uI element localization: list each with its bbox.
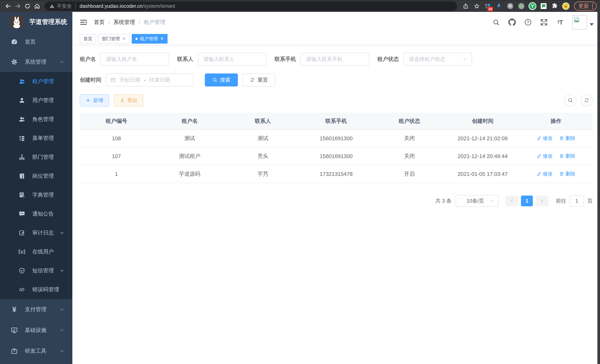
extension-green-dot-icon[interactable] — [516, 1, 526, 11]
browser-update-button[interactable]: 更新 — [574, 1, 597, 11]
security-label: 不安全 — [57, 3, 72, 9]
col-tenant-id: 租户编号 — [80, 113, 153, 130]
browser-reload-button[interactable] — [23, 1, 32, 11]
sidebar-item-post[interactable]: 岗位管理 — [0, 167, 72, 186]
sidebar-item-dict[interactable]: 字典管理 — [0, 186, 72, 205]
cell-tenant-id: 108 — [80, 130, 153, 147]
sidebar-item-label: 岗位管理 — [32, 172, 54, 180]
toggle-search-button[interactable] — [564, 94, 576, 106]
sidebar-item-infrastructure[interactable]: 基础设施 — [0, 320, 72, 341]
main-area: 首页 / 系统管理 / 租户管理 ? — [72, 12, 600, 364]
status-select[interactable]: 请选择租户状态 — [403, 53, 472, 66]
fullscreen-button[interactable] — [540, 19, 548, 26]
extensions-puzzle-icon[interactable] — [550, 1, 560, 11]
site-security-section[interactable]: 不安全 — [49, 3, 72, 9]
date-range-separator: - — [144, 77, 146, 83]
reset-button[interactable]: 重置 — [242, 74, 275, 86]
id-badge-icon — [19, 173, 25, 179]
add-button[interactable]: 新增 — [80, 94, 109, 106]
sidebar-item-label: 错误码管理 — [32, 286, 59, 293]
help-button[interactable]: ? — [524, 19, 532, 26]
org-tree-icon — [19, 154, 25, 160]
github-link[interactable] — [508, 19, 516, 26]
tab-close-icon[interactable]: ✕ — [160, 36, 164, 41]
arrow-right-icon — [15, 3, 21, 9]
edit-link[interactable]: 修改 — [536, 153, 553, 159]
browser-forward-button[interactable] — [13, 1, 23, 11]
breadcrumb-system[interactable]: 系统管理 — [113, 19, 135, 26]
cell-status: 开启 — [373, 165, 446, 183]
sidebar-toggle-button[interactable] — [79, 18, 88, 27]
sidebar-item-label: 角色管理 — [32, 116, 54, 123]
avatar[interactable] — [572, 15, 587, 29]
breadcrumb: 首页 / 系统管理 / 租户管理 — [94, 19, 165, 26]
sidebar-item-error-code[interactable]: 错误码管理 — [0, 280, 72, 299]
sidebar-item-menu[interactable]: 菜单管理 — [0, 129, 72, 148]
warning-triangle-icon — [49, 3, 55, 9]
browser-home-button[interactable] — [32, 1, 42, 11]
address-bar[interactable]: 不安全 dashboard.yudao.iocoder.cn/system/te… — [45, 1, 457, 11]
plus-icon — [86, 98, 91, 103]
goto-page-input[interactable] — [570, 195, 584, 206]
refresh-table-button[interactable] — [581, 94, 593, 106]
sidebar-item-notice[interactable]: 通知公告 — [0, 205, 72, 223]
extension-y-icon[interactable]: Y — [528, 1, 537, 11]
user-icon — [19, 97, 25, 104]
sidebar-item-role[interactable]: 角色管理 — [0, 110, 72, 129]
next-page-button[interactable] — [535, 196, 548, 206]
sidebar-item-audit-log[interactable]: 审计日志 — [0, 223, 72, 242]
edit-label: 修改 — [543, 170, 553, 177]
breadcrumb-separator: / — [139, 19, 140, 25]
reload-icon — [24, 3, 31, 9]
current-page-button[interactable]: 1 — [521, 196, 533, 206]
sidebar-item-tenant[interactable]: 租户管理 — [0, 72, 72, 91]
font-size-button[interactable]: TT — [556, 19, 564, 26]
sidebar-item-home[interactable]: 首页 — [0, 32, 72, 52]
page-size-select[interactable]: 10条/页 — [456, 195, 499, 207]
bookmark-button[interactable] — [472, 1, 482, 11]
sidebar: 芋道管理系统 首页 系统管理 租户管理 用户管理 — [0, 12, 72, 364]
status-label: 租户状态 — [377, 56, 399, 63]
tab-close-icon[interactable]: ✕ — [122, 36, 126, 41]
edit-link[interactable]: 修改 — [536, 135, 553, 141]
header-search-button[interactable] — [492, 19, 500, 26]
prev-page-button[interactable] — [505, 196, 518, 206]
share-button[interactable] — [461, 1, 470, 11]
extension-chat-icon[interactable] — [539, 1, 548, 11]
tenant-name-input[interactable] — [100, 53, 169, 66]
breadcrumb-separator: / — [108, 19, 110, 25]
tab-dept[interactable]: 部门管理 ✕ — [98, 34, 130, 44]
profile-avatar-icon[interactable] — [561, 1, 571, 11]
tab-home[interactable]: 首页 — [80, 34, 96, 44]
search-icon — [568, 98, 573, 103]
sidebar-item-payment[interactable]: ¥ 支付管理 — [0, 299, 72, 320]
tab-tenant[interactable]: 租户管理 ✕ — [132, 34, 167, 44]
sidebar-item-dept[interactable]: 部门管理 — [0, 148, 72, 167]
sidebar-item-sms[interactable]: 短信管理 — [0, 261, 72, 280]
browser-menu-icon[interactable] — [592, 3, 593, 9]
app-logo-row[interactable]: 芋道管理系统 — [0, 12, 72, 32]
breadcrumb-home[interactable]: 首页 — [94, 19, 105, 26]
delete-link[interactable]: 删除 — [559, 170, 575, 177]
cell-tenant-name: 测试 — [153, 130, 226, 147]
extension-tasks-icon[interactable]: 10 — [483, 1, 493, 11]
chevron-up-icon — [60, 60, 64, 64]
extension-kite-icon[interactable] — [494, 1, 504, 11]
delete-link[interactable]: 删除 — [559, 153, 575, 159]
date-range-picker[interactable]: 开始日期 - 结束日期 — [106, 74, 193, 86]
contact-input[interactable] — [198, 53, 266, 66]
sidebar-item-devtools[interactable]: 研发工具 — [0, 341, 72, 361]
delete-link[interactable]: 删除 — [559, 135, 575, 141]
sidebar-item-user[interactable]: 用户管理 — [0, 91, 72, 110]
mobile-input[interactable] — [300, 53, 369, 66]
sidebar-item-label: 系统管理 — [25, 58, 46, 66]
chevron-down-icon — [60, 307, 64, 312]
edit-link[interactable]: 修改 — [536, 170, 553, 177]
sidebar-item-online-users[interactable]: 在线用户 — [0, 242, 72, 261]
sidebar-item-system[interactable]: 系统管理 — [0, 52, 72, 72]
user-avatar-menu[interactable] — [572, 15, 594, 29]
search-button[interactable]: 搜索 — [205, 74, 238, 86]
browser-back-button[interactable] — [3, 1, 13, 11]
export-button[interactable]: 导出 — [114, 94, 143, 106]
extension-command-icon[interactable]: ⌘ — [505, 1, 515, 11]
